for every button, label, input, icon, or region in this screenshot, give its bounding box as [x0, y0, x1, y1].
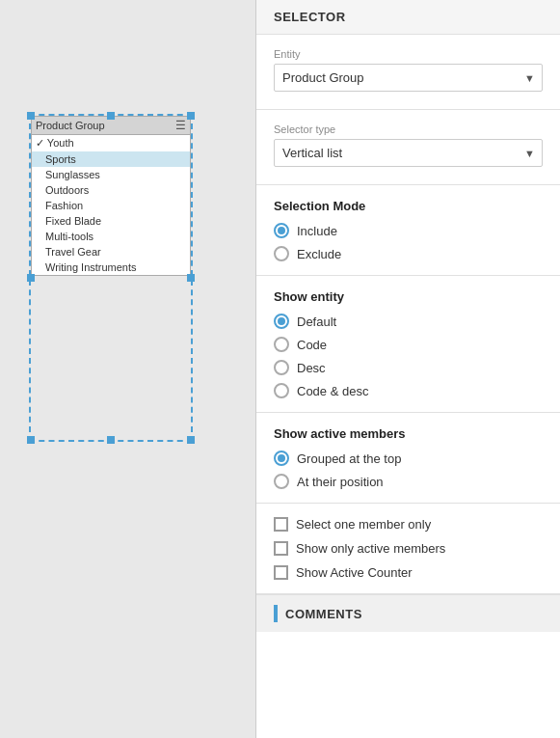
handle-bot-left[interactable]: [27, 436, 35, 444]
checkbox-box: [274, 565, 288, 580]
show-entity-option[interactable]: Code & desc: [274, 383, 543, 398]
show-active-members-option[interactable]: At their position: [274, 474, 543, 489]
widget-list: YouthSportsSunglassesOutdoorsFashionFixe…: [32, 135, 190, 275]
checkboxes-section: Select one member onlyShow only active m…: [256, 504, 560, 594]
radio-circle: [274, 314, 289, 329]
widget-title: Product Group: [36, 120, 105, 131]
canvas-area: Product Group ☰ YouthSportsSunglassesOut…: [0, 0, 255, 738]
list-item[interactable]: Youth: [32, 135, 190, 151]
show-entity-title: Show entity: [274, 289, 543, 304]
radio-circle: [274, 360, 289, 375]
list-item[interactable]: Outdoors: [32, 182, 190, 198]
selector-type-dropdown-wrapper: Vertical list ▼: [274, 139, 543, 167]
selection-mode-option[interactable]: Exclude: [274, 246, 543, 261]
entity-label: Entity: [274, 48, 543, 60]
list-item[interactable]: Sunglasses: [32, 167, 190, 182]
checkbox-item[interactable]: Show only active members: [274, 541, 543, 556]
radio-circle: [274, 474, 289, 489]
checkbox-group: Select one member onlyShow only active m…: [274, 517, 543, 580]
show-active-members-group: Grouped at the topAt their position: [274, 451, 543, 489]
handle-bot-mid[interactable]: [107, 436, 115, 444]
checkbox-item[interactable]: Show Active Counter: [274, 565, 543, 580]
list-item[interactable]: Writing Instruments: [32, 260, 190, 275]
widget-container[interactable]: Product Group ☰ YouthSportsSunglassesOut…: [29, 114, 193, 442]
entity-dropdown-wrapper: Product Group ▼: [274, 64, 543, 92]
list-item[interactable]: Multi-tools: [32, 229, 190, 244]
show-entity-option[interactable]: Code: [274, 337, 543, 352]
show-active-members-option[interactable]: Grouped at the top: [274, 451, 543, 466]
show-entity-section: Show entity DefaultCodeDescCode & desc: [256, 276, 560, 413]
right-panel: SELECTOR Entity Product Group ▼ Selector…: [255, 0, 560, 738]
list-item[interactable]: Travel Gear: [32, 244, 190, 260]
selector-type-dropdown[interactable]: Vertical list: [274, 139, 543, 167]
checkbox-box: [274, 541, 288, 556]
radio-label: Grouped at the top: [297, 451, 401, 466]
panel-header: SELECTOR: [256, 0, 560, 35]
list-item[interactable]: Sports: [32, 151, 190, 167]
checkbox-box: [274, 517, 288, 532]
radio-label: Code & desc: [297, 384, 368, 398]
radio-circle: [274, 337, 289, 352]
radio-label: Code: [297, 338, 327, 352]
radio-label: Include: [297, 224, 337, 238]
handle-top-mid[interactable]: [107, 112, 115, 120]
show-active-members-title: Show active members: [274, 426, 543, 441]
checkbox-label: Show Active Counter: [296, 565, 413, 580]
radio-label: Exclude: [297, 247, 341, 261]
radio-circle: [274, 223, 289, 238]
selector-type-label: Selector type: [274, 123, 543, 135]
handle-mid-right[interactable]: [187, 274, 195, 282]
handle-top-left[interactable]: [27, 112, 35, 120]
show-entity-option[interactable]: Default: [274, 314, 543, 329]
show-entity-option[interactable]: Desc: [274, 360, 543, 375]
list-item[interactable]: Fixed Blade: [32, 213, 190, 229]
comments-label: COMMENTS: [285, 607, 362, 621]
handle-top-right[interactable]: [187, 112, 195, 120]
selection-mode-group: IncludeExclude: [274, 223, 543, 261]
show-entity-group: DefaultCodeDescCode & desc: [274, 314, 543, 398]
comments-header: COMMENTS: [256, 594, 560, 632]
widget-inner: Product Group ☰ YouthSportsSunglassesOut…: [31, 116, 191, 276]
selection-mode-option[interactable]: Include: [274, 223, 543, 238]
radio-circle: [274, 246, 289, 261]
radio-label: At their position: [297, 475, 384, 489]
selection-mode-title: Selection Mode: [274, 199, 543, 213]
selection-mode-section: Selection Mode IncludeExclude: [256, 185, 560, 276]
entity-dropdown[interactable]: Product Group: [274, 64, 543, 92]
radio-circle: [274, 383, 289, 398]
checkbox-item[interactable]: Select one member only: [274, 517, 543, 532]
checkbox-label: Show only active members: [296, 541, 445, 556]
radio-label: Desc: [297, 361, 326, 375]
show-active-members-section: Show active members Grouped at the topAt…: [256, 413, 560, 504]
handle-bot-right[interactable]: [187, 436, 195, 444]
widget-menu-icon[interactable]: ☰: [175, 119, 186, 132]
comments-bar-accent: [274, 605, 278, 622]
radio-circle: [274, 451, 289, 466]
entity-section: Entity Product Group ▼: [256, 35, 560, 110]
list-item[interactable]: Fashion: [32, 198, 190, 213]
checkbox-label: Select one member only: [296, 517, 431, 532]
handle-mid-left[interactable]: [27, 274, 35, 282]
radio-label: Default: [297, 314, 336, 329]
selector-type-section: Selector type Vertical list ▼: [256, 110, 560, 185]
